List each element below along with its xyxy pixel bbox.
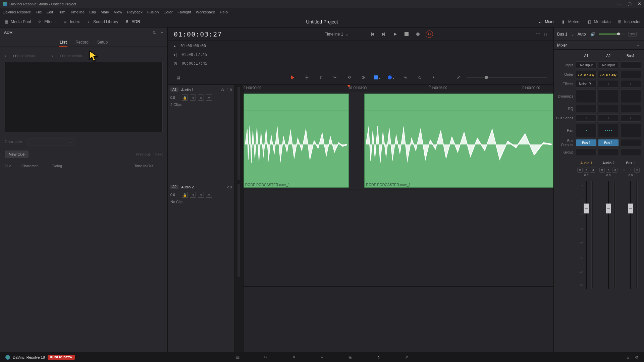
window-minimize[interactable]: — — [617, 1, 622, 6]
menu-trim[interactable]: Trim — [58, 10, 66, 14]
page-media[interactable]: ▦ — [233, 353, 241, 361]
track-mute[interactable]: M — [206, 192, 212, 198]
previous-button[interactable]: Previous — [136, 152, 151, 156]
automation-icon[interactable]: 〰 — [536, 32, 540, 37]
track-header-a2[interactable]: A2 Audio 2 2.0 0.0 🔒 R S M No Clip — [168, 182, 234, 279]
adr-more-icon[interactable]: ⋯ — [159, 30, 163, 35]
menu-workspace[interactable]: Workspace — [196, 10, 215, 14]
mixer-dyn-a1[interactable] — [576, 89, 597, 103]
tool-adr[interactable]: 🎙 ADR — [124, 19, 140, 24]
timeline-view-opts[interactable]: ▤ — [174, 73, 182, 82]
track-lane-a2[interactable] — [244, 189, 553, 287]
transport-stop[interactable] — [403, 31, 410, 38]
page-fusion[interactable]: ✦ — [318, 353, 326, 361]
mixer-pan-a1[interactable] — [576, 124, 597, 137]
tool-sound-library[interactable]: ♪ Sound Library — [86, 19, 118, 24]
mixer-eq-a1[interactable] — [576, 105, 597, 112]
adr-tab-list[interactable]: List — [59, 38, 67, 46]
mixer-sends-bus[interactable] — [620, 114, 641, 122]
track-solo[interactable]: S — [198, 192, 204, 198]
audio-clip[interactable]: RODE PODCASTER.mov_1 — [244, 94, 349, 188]
transport-loop[interactable]: ↻ — [426, 31, 433, 38]
tc-play-icon[interactable]: ▸ — [174, 44, 176, 48]
menu-view[interactable]: View — [114, 10, 122, 14]
zoom-fit[interactable]: ⤢ — [454, 73, 463, 82]
mixer-effects-bus[interactable] — [620, 80, 641, 87]
audio-clip[interactable]: RODE PODCASTER.mov_1 — [364, 94, 553, 188]
window-close[interactable]: ✕ — [638, 1, 641, 6]
project-settings-icon[interactable]: ⚙ — [635, 355, 639, 360]
menu-file[interactable]: File — [36, 10, 42, 14]
transport-next[interactable] — [380, 31, 387, 38]
mixer-busout-a1[interactable]: Bus 1 — [576, 139, 597, 146]
page-cut[interactable]: ✂ — [262, 353, 270, 361]
tool-snap[interactable]: ⟲ — [345, 73, 354, 82]
adr-tab-setup[interactable]: Setup — [97, 38, 108, 46]
mixer-effects-a2[interactable] — [598, 80, 619, 87]
menu-edit[interactable]: Edit — [47, 10, 53, 14]
mixer-m[interactable]: M — [590, 168, 595, 173]
mixer-s[interactable]: S — [584, 168, 589, 173]
dim-button[interactable]: DIM — [628, 32, 637, 37]
mixer-dyn-a2[interactable] — [598, 89, 619, 103]
menu-clip[interactable]: Clip — [89, 10, 96, 14]
mixer-group-bus[interactable] — [620, 148, 641, 156]
transport-play[interactable] — [391, 31, 399, 38]
mixer-more-icon[interactable]: ⋯ — [637, 43, 641, 48]
mixer-group-a1[interactable] — [576, 148, 597, 156]
settings-icon[interactable]: ⫶⫶ — [543, 32, 547, 37]
menu-color[interactable]: Color — [163, 10, 172, 14]
page-fairlight[interactable]: ♫ — [374, 353, 382, 361]
master-timecode[interactable]: 01:00:03:27 — [174, 30, 222, 38]
track-lock[interactable]: 🔒 — [182, 192, 188, 198]
mixer-bus-select[interactable]: Bus 1 — [557, 32, 568, 37]
tool-link[interactable]: ⊘ — [359, 73, 368, 82]
mixer-order-a2[interactable]: FX DY EQ — [598, 71, 619, 78]
adr-character-dropdown[interactable]: ⌄ — [28, 138, 74, 145]
mixer-sends-a2[interactable] — [598, 114, 619, 122]
mixer-order-a1[interactable]: FX DY EQ — [576, 71, 597, 78]
timeline-ruler[interactable]: 01:00:00:00 01:00:03:00 01:00:06:00 01:0… — [244, 85, 553, 92]
mixer-group-a2[interactable] — [598, 148, 619, 156]
mixer-eq-a2[interactable] — [598, 105, 619, 112]
tc-dur-icon[interactable]: ◷ — [174, 61, 177, 66]
flag-blue[interactable]: ⌄ — [373, 73, 382, 82]
mixer-busout-bus[interactable] — [620, 139, 641, 146]
track-solo[interactable]: S — [198, 95, 204, 101]
mixer-effects-a1[interactable]: Noise R... — [576, 80, 597, 87]
tool-range[interactable]: ┼ — [303, 73, 311, 82]
page-deliver[interactable]: ↗ — [402, 353, 411, 361]
menu-timeline[interactable]: Timeline — [70, 10, 85, 14]
transport-prev[interactable] — [369, 31, 376, 38]
new-cue-button[interactable]: New Cue — [5, 150, 29, 158]
menu-davinci-resolve[interactable]: DaVinci Resolve — [3, 10, 31, 14]
next-button[interactable]: Next — [155, 152, 163, 156]
adr-in-play-icon[interactable]: ▸ — [5, 54, 7, 58]
menu-help[interactable]: Help — [220, 10, 228, 14]
home-icon[interactable]: ⌂ — [627, 355, 629, 360]
speaker-icon[interactable]: 🔊 — [590, 32, 595, 37]
fader-a1[interactable]: 0-5-10-15-20-30-40-50 — [576, 179, 597, 291]
menu-mark[interactable]: Mark — [101, 10, 109, 14]
tool-waveform[interactable]: ∿ — [401, 73, 410, 82]
mixer-input-a2[interactable]: No Input — [598, 61, 619, 69]
mixer-pan-bus[interactable] — [620, 124, 641, 137]
tool-selection[interactable] — [288, 73, 297, 82]
transport-record[interactable] — [414, 31, 422, 38]
tool-effects[interactable]: ✧ Effects — [37, 19, 56, 24]
mixer-input-a1[interactable]: No Input — [576, 61, 597, 69]
tool-index[interactable]: ≡ Index — [63, 19, 80, 24]
tool-keyframe[interactable]: ◇ — [415, 73, 424, 82]
track-header-a1[interactable]: A1 Audio 1 fx 1.0 0.0 🔒 R S M 2 Clips — [168, 85, 234, 182]
tc-skip-icon[interactable]: ▸| — [174, 52, 177, 57]
timeline-selector[interactable]: Timeline 1 ⌄ — [325, 32, 348, 37]
mixer-dyn-bus[interactable] — [620, 89, 641, 103]
mixer-r[interactable]: R — [577, 168, 583, 173]
menu-playback[interactable]: Playback — [127, 10, 143, 14]
tool-mixer[interactable]: ♫ Mixer — [538, 19, 555, 24]
zoom-slider[interactable] — [467, 77, 547, 78]
mixer-order-bus[interactable] — [620, 71, 641, 78]
adr-sort-icon[interactable]: ⇅ — [153, 30, 156, 35]
mixer-auto[interactable]: Auto — [578, 32, 586, 37]
mixer-sends-a1[interactable] — [576, 114, 597, 122]
